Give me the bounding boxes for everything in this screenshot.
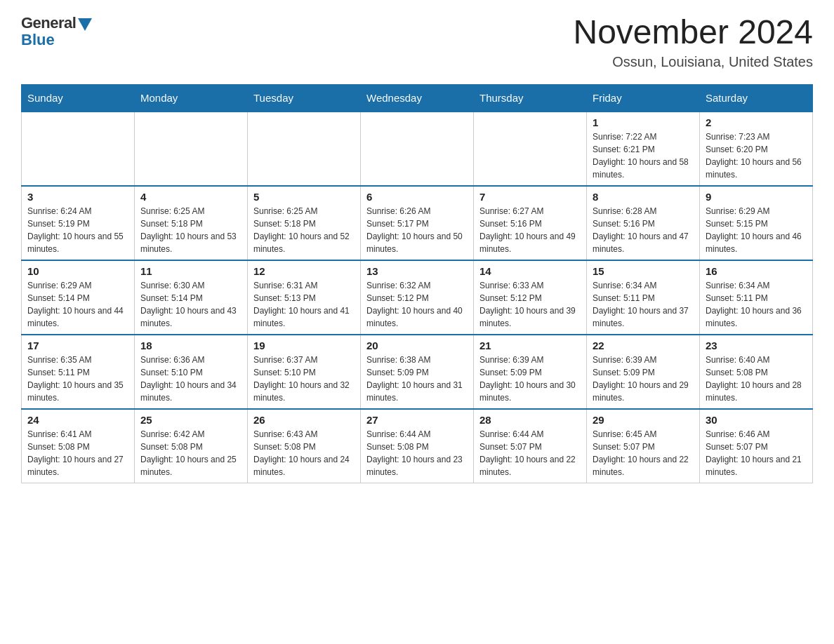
logo-general-text: General bbox=[21, 14, 76, 32]
calendar-cell: 6Sunrise: 6:26 AMSunset: 5:17 PMDaylight… bbox=[361, 186, 474, 260]
day-number: 14 bbox=[479, 265, 581, 277]
day-of-week-header: Saturday bbox=[700, 84, 813, 112]
day-number: 8 bbox=[593, 191, 694, 203]
calendar-cell bbox=[361, 112, 474, 186]
location-title: Ossun, Louisiana, United States bbox=[573, 54, 813, 70]
day-number: 26 bbox=[253, 414, 355, 426]
day-info: Sunrise: 6:40 AMSunset: 5:08 PMDaylight:… bbox=[706, 354, 807, 404]
day-number: 25 bbox=[140, 414, 241, 426]
day-info: Sunrise: 6:43 AMSunset: 5:08 PMDaylight:… bbox=[253, 428, 355, 478]
calendar-week-row: 17Sunrise: 6:35 AMSunset: 5:11 PMDayligh… bbox=[22, 335, 813, 409]
day-number: 30 bbox=[706, 414, 807, 426]
calendar-cell: 1Sunrise: 7:22 AMSunset: 6:21 PMDaylight… bbox=[587, 112, 700, 186]
day-of-week-header: Monday bbox=[135, 84, 248, 112]
day-info: Sunrise: 6:25 AMSunset: 5:18 PMDaylight:… bbox=[140, 205, 241, 255]
day-number: 10 bbox=[27, 265, 128, 277]
logo: General Blue bbox=[21, 14, 92, 49]
calendar-cell: 25Sunrise: 6:42 AMSunset: 5:08 PMDayligh… bbox=[135, 409, 248, 483]
day-info: Sunrise: 7:22 AMSunset: 6:21 PMDaylight:… bbox=[593, 130, 694, 181]
day-info: Sunrise: 6:46 AMSunset: 5:07 PMDaylight:… bbox=[706, 428, 807, 478]
day-info: Sunrise: 6:34 AMSunset: 5:11 PMDaylight:… bbox=[706, 279, 807, 330]
calendar-cell bbox=[474, 112, 587, 186]
day-info: Sunrise: 6:44 AMSunset: 5:08 PMDaylight:… bbox=[366, 428, 468, 478]
day-info: Sunrise: 6:25 AMSunset: 5:18 PMDaylight:… bbox=[253, 205, 355, 255]
calendar-cell: 18Sunrise: 6:36 AMSunset: 5:10 PMDayligh… bbox=[135, 335, 248, 409]
calendar-cell: 13Sunrise: 6:32 AMSunset: 5:12 PMDayligh… bbox=[361, 260, 474, 335]
calendar-week-row: 3Sunrise: 6:24 AMSunset: 5:19 PMDaylight… bbox=[22, 186, 813, 260]
calendar-week-row: 1Sunrise: 7:22 AMSunset: 6:21 PMDaylight… bbox=[22, 112, 813, 186]
calendar-cell: 26Sunrise: 6:43 AMSunset: 5:08 PMDayligh… bbox=[248, 409, 361, 483]
calendar-cell bbox=[135, 112, 248, 186]
day-number: 7 bbox=[479, 191, 581, 203]
day-number: 20 bbox=[366, 340, 468, 351]
day-number: 3 bbox=[27, 191, 128, 203]
day-of-week-header: Thursday bbox=[474, 84, 587, 112]
calendar-cell: 2Sunrise: 7:23 AMSunset: 6:20 PMDaylight… bbox=[700, 112, 813, 186]
day-info: Sunrise: 6:24 AMSunset: 5:19 PMDaylight:… bbox=[27, 205, 128, 255]
day-number: 21 bbox=[479, 340, 581, 351]
day-info: Sunrise: 6:31 AMSunset: 5:13 PMDaylight:… bbox=[253, 279, 355, 330]
calendar-cell: 4Sunrise: 6:25 AMSunset: 5:18 PMDaylight… bbox=[135, 186, 248, 260]
day-info: Sunrise: 6:42 AMSunset: 5:08 PMDaylight:… bbox=[140, 428, 241, 478]
day-number: 9 bbox=[706, 191, 807, 203]
calendar-header-row: SundayMondayTuesdayWednesdayThursdayFrid… bbox=[22, 84, 813, 112]
calendar-cell: 10Sunrise: 6:29 AMSunset: 5:14 PMDayligh… bbox=[22, 260, 135, 335]
day-of-week-header: Tuesday bbox=[248, 84, 361, 112]
day-number: 6 bbox=[366, 191, 468, 203]
day-number: 19 bbox=[253, 340, 355, 351]
calendar-cell: 11Sunrise: 6:30 AMSunset: 5:14 PMDayligh… bbox=[135, 260, 248, 335]
day-info: Sunrise: 6:36 AMSunset: 5:10 PMDaylight:… bbox=[140, 354, 241, 404]
calendar-cell: 20Sunrise: 6:38 AMSunset: 5:09 PMDayligh… bbox=[361, 335, 474, 409]
calendar-cell: 3Sunrise: 6:24 AMSunset: 5:19 PMDaylight… bbox=[22, 186, 135, 260]
calendar-cell: 17Sunrise: 6:35 AMSunset: 5:11 PMDayligh… bbox=[22, 335, 135, 409]
day-info: Sunrise: 6:38 AMSunset: 5:09 PMDaylight:… bbox=[366, 354, 468, 404]
calendar-cell: 29Sunrise: 6:45 AMSunset: 5:07 PMDayligh… bbox=[587, 409, 700, 483]
calendar-cell: 23Sunrise: 6:40 AMSunset: 5:08 PMDayligh… bbox=[700, 335, 813, 409]
day-info: Sunrise: 6:26 AMSunset: 5:17 PMDaylight:… bbox=[366, 205, 468, 255]
month-title: November 2024 bbox=[573, 14, 813, 51]
calendar-cell: 16Sunrise: 6:34 AMSunset: 5:11 PMDayligh… bbox=[700, 260, 813, 335]
day-info: Sunrise: 6:29 AMSunset: 5:15 PMDaylight:… bbox=[706, 205, 807, 255]
day-info: Sunrise: 6:39 AMSunset: 5:09 PMDaylight:… bbox=[593, 354, 694, 404]
calendar-cell: 28Sunrise: 6:44 AMSunset: 5:07 PMDayligh… bbox=[474, 409, 587, 483]
calendar-cell: 9Sunrise: 6:29 AMSunset: 5:15 PMDaylight… bbox=[700, 186, 813, 260]
day-info: Sunrise: 6:30 AMSunset: 5:14 PMDaylight:… bbox=[140, 279, 241, 330]
day-info: Sunrise: 6:39 AMSunset: 5:09 PMDaylight:… bbox=[479, 354, 581, 404]
day-info: Sunrise: 6:35 AMSunset: 5:11 PMDaylight:… bbox=[27, 354, 128, 404]
day-number: 27 bbox=[366, 414, 468, 426]
calendar-cell: 12Sunrise: 6:31 AMSunset: 5:13 PMDayligh… bbox=[248, 260, 361, 335]
calendar-table: SundayMondayTuesdayWednesdayThursdayFrid… bbox=[21, 84, 813, 483]
day-of-week-header: Friday bbox=[587, 84, 700, 112]
logo-blue-text: Blue bbox=[21, 31, 55, 49]
day-info: Sunrise: 6:27 AMSunset: 5:16 PMDaylight:… bbox=[479, 205, 581, 255]
calendar-cell: 8Sunrise: 6:28 AMSunset: 5:16 PMDaylight… bbox=[587, 186, 700, 260]
day-number: 17 bbox=[27, 340, 128, 351]
day-info: Sunrise: 6:44 AMSunset: 5:07 PMDaylight:… bbox=[479, 428, 581, 478]
day-number: 28 bbox=[479, 414, 581, 426]
day-info: Sunrise: 6:41 AMSunset: 5:08 PMDaylight:… bbox=[27, 428, 128, 478]
calendar-cell: 5Sunrise: 6:25 AMSunset: 5:18 PMDaylight… bbox=[248, 186, 361, 260]
calendar-week-row: 24Sunrise: 6:41 AMSunset: 5:08 PMDayligh… bbox=[22, 409, 813, 483]
day-info: Sunrise: 6:34 AMSunset: 5:11 PMDaylight:… bbox=[593, 279, 694, 330]
title-block: November 2024 Ossun, Louisiana, United S… bbox=[573, 14, 813, 70]
page-header: General Blue November 2024 Ossun, Louisi… bbox=[21, 14, 813, 70]
calendar-week-row: 10Sunrise: 6:29 AMSunset: 5:14 PMDayligh… bbox=[22, 260, 813, 335]
day-info: Sunrise: 6:32 AMSunset: 5:12 PMDaylight:… bbox=[366, 279, 468, 330]
day-of-week-header: Sunday bbox=[22, 84, 135, 112]
day-number: 2 bbox=[706, 116, 807, 128]
day-number: 1 bbox=[593, 116, 694, 128]
calendar-cell: 30Sunrise: 6:46 AMSunset: 5:07 PMDayligh… bbox=[700, 409, 813, 483]
day-number: 15 bbox=[593, 265, 694, 277]
day-number: 29 bbox=[593, 414, 694, 426]
day-number: 12 bbox=[253, 265, 355, 277]
day-number: 11 bbox=[140, 265, 241, 277]
day-number: 16 bbox=[706, 265, 807, 277]
day-info: Sunrise: 6:28 AMSunset: 5:16 PMDaylight:… bbox=[593, 205, 694, 255]
day-of-week-header: Wednesday bbox=[361, 84, 474, 112]
day-info: Sunrise: 6:33 AMSunset: 5:12 PMDaylight:… bbox=[479, 279, 581, 330]
logo-arrow-icon bbox=[78, 18, 92, 31]
day-info: Sunrise: 7:23 AMSunset: 6:20 PMDaylight:… bbox=[706, 130, 807, 181]
day-number: 24 bbox=[27, 414, 128, 426]
day-info: Sunrise: 6:37 AMSunset: 5:10 PMDaylight:… bbox=[253, 354, 355, 404]
day-number: 13 bbox=[366, 265, 468, 277]
